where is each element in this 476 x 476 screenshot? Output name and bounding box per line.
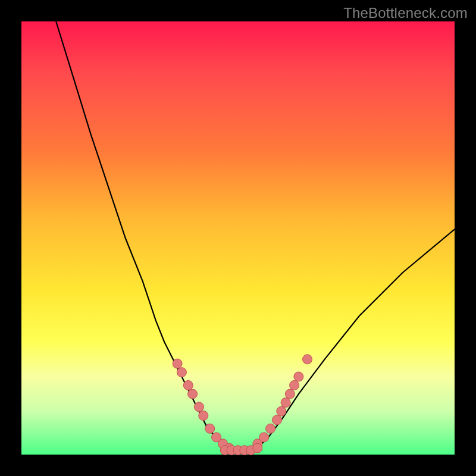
chart-frame: TheBottleneck.com <box>0 0 476 476</box>
curve-layer <box>21 21 455 455</box>
bottom-dots-point <box>253 443 262 453</box>
bottleneck-curve <box>56 21 455 450</box>
plot-area <box>21 21 455 455</box>
left-dots-point <box>183 381 193 390</box>
right-dots-point <box>277 406 286 416</box>
left-dots-point <box>195 402 204 412</box>
right-dots-point <box>281 398 290 408</box>
left-dots-point <box>188 389 198 399</box>
right-dots-point <box>266 424 275 433</box>
right-dots-point <box>303 355 312 364</box>
left-dots-point <box>177 368 186 377</box>
watermark-text: TheBottleneck.com <box>343 5 468 21</box>
right-dots-point <box>294 372 303 381</box>
left-dots-point <box>199 411 208 421</box>
left-dots-point <box>173 359 182 368</box>
right-dots-point <box>285 389 295 399</box>
left-dots-point <box>205 424 215 433</box>
right-dots-point <box>290 381 299 390</box>
right-dots-point <box>273 415 282 425</box>
right-dots-point <box>259 433 269 442</box>
